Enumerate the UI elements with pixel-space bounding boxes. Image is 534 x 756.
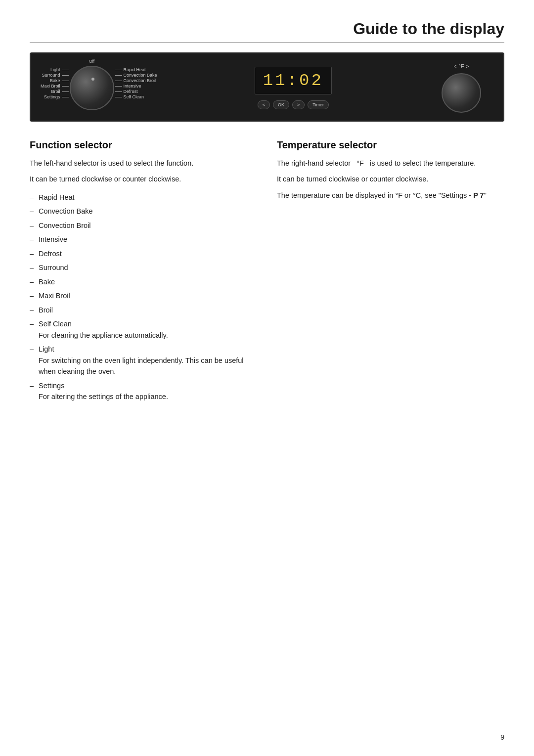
label-line: [62, 81, 69, 81]
function-selector-desc2: It can be turned clockwise or counter cl…: [30, 174, 257, 184]
right-labels: Rapid Heat Convection Bake Convection Br…: [115, 66, 157, 102]
list-item-rapid-heat: Rapid Heat: [30, 192, 257, 203]
list-item-maxi-broil: Maxi Broil: [30, 290, 257, 301]
label-convection-bake: Convection Bake: [115, 73, 157, 78]
knob-dot: [91, 78, 94, 81]
display-panel: Light Surround Bake Maxi Broil Broil: [30, 52, 504, 122]
list-item-broil: Broil: [30, 305, 257, 315]
list-item-convection-broil: Convection Broil: [30, 220, 257, 231]
function-list: Rapid Heat Convection Bake Convection Br…: [30, 192, 257, 402]
label-intensive: Intensive: [115, 84, 157, 89]
label-line: [62, 75, 69, 76]
label-line: [115, 86, 122, 87]
self-clean-desc: For cleaning the appliance automatically…: [39, 330, 257, 341]
label-surround: Surround: [41, 73, 69, 78]
label-line: [115, 97, 122, 97]
label-defrost: Defrost: [115, 89, 157, 94]
label-self-clean: Self Clean: [115, 95, 157, 99]
list-item-intensive: Intensive: [30, 234, 257, 245]
function-selector-desc1: The left-hand selector is used to select…: [30, 158, 257, 169]
column-function-selector: Function selector The left-hand selector…: [30, 139, 257, 405]
temp-selector-label: < °F >: [454, 63, 469, 69]
btn-ok[interactable]: OK: [273, 100, 289, 109]
label-line: [115, 70, 122, 70]
left-labels: Light Surround Bake Maxi Broil Broil: [41, 66, 69, 102]
label-rapid-heat: Rapid Heat: [115, 68, 157, 72]
temp-selector-desc2: It can be turned clockwise or counter cl…: [277, 174, 504, 184]
panel-center: 11:02 < OK > Timer: [157, 67, 429, 109]
list-item-convection-bake: Convection Bake: [30, 206, 257, 217]
left-knob-wrap[interactable]: Off: [70, 66, 114, 110]
label-convection-broil: Convection Broil: [115, 79, 157, 83]
time-display: 11:02: [255, 67, 332, 94]
function-selector-knob-area: Light Surround Bake Maxi Broil Broil: [41, 66, 157, 110]
label-broil: Broil: [41, 89, 69, 94]
list-item-bake: Bake: [30, 276, 257, 287]
btn-back[interactable]: <: [258, 100, 270, 109]
label-settings: Settings: [41, 95, 69, 99]
list-item-self-clean: Self Clean For cleaning the appliance au…: [30, 318, 257, 341]
list-item-settings: Settings For altering the settings of th…: [30, 380, 257, 402]
content-columns: Function selector The left-hand selector…: [30, 139, 504, 405]
btn-timer[interactable]: Timer: [308, 100, 329, 109]
temp-selector-desc3: The temperature can be displayed in °F o…: [277, 190, 504, 201]
label-line: [115, 81, 122, 81]
list-item-defrost: Defrost: [30, 248, 257, 259]
label-line: [115, 75, 122, 76]
page-number: 9: [500, 733, 504, 741]
temperature-knob[interactable]: [442, 73, 481, 113]
temp-selector-desc1: The right-hand selector °F is used to se…: [277, 158, 504, 169]
label-line: [62, 86, 69, 87]
light-desc: For switching on the oven light independ…: [39, 355, 257, 377]
label-line: [62, 70, 69, 70]
function-knob[interactable]: [70, 66, 114, 110]
btn-forward[interactable]: >: [292, 100, 305, 109]
page-title: Guide to the display: [30, 20, 504, 43]
label-line: [62, 97, 69, 97]
panel-right: < °F >: [429, 63, 493, 113]
function-selector-title: Function selector: [30, 139, 257, 151]
label-light: Light: [41, 68, 69, 72]
list-item-light: Light For switching on the oven light in…: [30, 344, 257, 377]
page-container: Guide to the display Light Surround Bake: [0, 0, 534, 435]
temperature-selector-title: Temperature selector: [277, 139, 504, 151]
list-item-surround: Surround: [30, 262, 257, 273]
off-label: Off: [89, 59, 94, 64]
panel-buttons: < OK > Timer: [258, 100, 329, 109]
settings-desc: For altering the settings of the applian…: [39, 391, 257, 402]
label-bake: Bake: [41, 79, 69, 83]
label-line: [115, 91, 122, 92]
column-temperature-selector: Temperature selector The right-hand sele…: [277, 139, 504, 405]
label-maxi-broil: Maxi Broil: [41, 84, 69, 89]
label-line: [62, 91, 69, 92]
